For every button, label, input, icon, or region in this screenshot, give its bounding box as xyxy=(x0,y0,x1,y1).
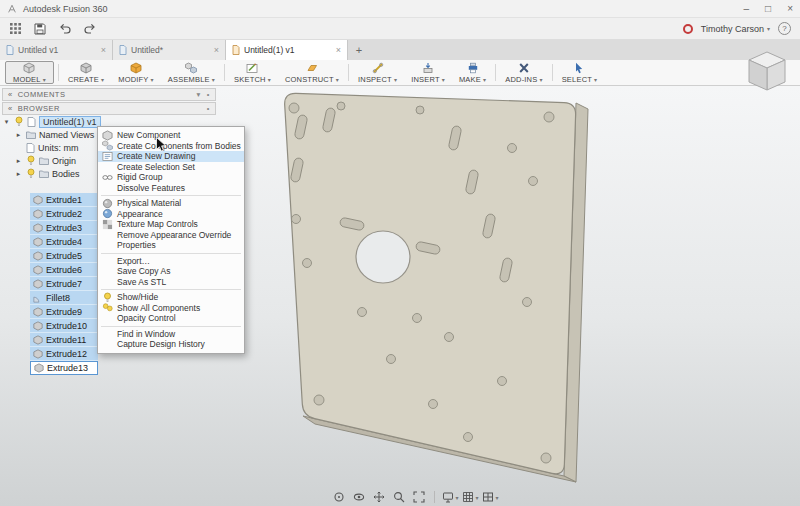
menu-item-capture-design-history[interactable]: Capture Design History xyxy=(98,339,244,350)
ribbon-assemble-menu[interactable]: ASSEMBLE▾ xyxy=(161,60,222,85)
feature-history-list: Extrude1 Extrude2 Extrude3 Extrude4 Extr… xyxy=(30,193,98,375)
feature-row[interactable]: Extrude6 xyxy=(30,263,98,277)
ribbon-make-menu[interactable]: MAKE▾ xyxy=(452,60,493,85)
viewports-icon[interactable]: ▾ xyxy=(482,490,499,505)
collapse-chevrons-icon[interactable]: « xyxy=(8,104,13,113)
visibility-bulb-icon[interactable] xyxy=(26,155,36,166)
ribbon-inspect-menu[interactable]: INSPECT▾ xyxy=(351,60,404,85)
feature-row[interactable]: Extrude9 xyxy=(30,305,98,319)
expander-open-icon[interactable]: ▾ xyxy=(2,118,11,126)
minimize-button[interactable]: – xyxy=(744,3,750,14)
menu-item-properties[interactable]: Properties xyxy=(98,240,244,251)
redo-icon[interactable] xyxy=(83,22,97,36)
menu-item-show-all-components[interactable]: Show All Components xyxy=(98,303,244,314)
record-indicator-icon[interactable] xyxy=(683,24,693,34)
menu-item-rigid-group[interactable]: Rigid Group xyxy=(98,172,244,183)
tab-close-icon[interactable]: × xyxy=(214,45,219,55)
feature-row[interactable]: Extrude7 xyxy=(30,277,98,291)
panel-expand-icon[interactable]: ▾ xyxy=(197,90,201,99)
ribbon-addins-menu[interactable]: ADD-INS▾ xyxy=(498,60,549,85)
menu-separator xyxy=(101,289,241,290)
user-menu[interactable]: Timothy Carson ▾ xyxy=(701,24,770,34)
menu-item-create-selection-set[interactable]: Create Selection Set xyxy=(98,162,244,173)
menu-item-appearance[interactable]: Appearance xyxy=(98,209,244,220)
tab-close-icon[interactable]: × xyxy=(101,45,106,55)
browser-panel-header[interactable]: « BROWSER • xyxy=(2,102,216,115)
collapse-chevrons-icon[interactable]: « xyxy=(8,90,13,99)
menu-item-dissolve-features[interactable]: Dissolve Features xyxy=(98,183,244,194)
root-component-label[interactable]: Untitled(1) v1 xyxy=(39,116,101,128)
menu-item-texture-map-controls[interactable]: Texture Map Controls xyxy=(98,219,244,230)
visibility-bulb-icon[interactable] xyxy=(14,116,24,127)
comments-panel-header[interactable]: « COMMENTS ▾• xyxy=(2,88,216,101)
ribbon-label: ASSEMBLE xyxy=(168,75,210,84)
zoom-fit-icon[interactable] xyxy=(410,490,427,505)
assemble-icon xyxy=(185,62,197,74)
ribbon-sketch-menu[interactable]: SKETCH▾ xyxy=(227,60,278,85)
tab-untitled-1-v1-active[interactable]: Untitled(1) v1 × xyxy=(226,40,348,60)
menu-item-find-in-window[interactable]: Find in Window xyxy=(98,329,244,340)
maximize-button[interactable]: □ xyxy=(765,3,771,14)
new-tab-button[interactable]: + xyxy=(348,40,370,60)
orbit-icon[interactable] xyxy=(330,490,347,505)
tab-close-icon[interactable]: × xyxy=(336,45,341,55)
3d-model-plate[interactable] xyxy=(285,93,588,482)
tab-untitled-v1[interactable]: Untitled v1 × xyxy=(0,40,113,60)
feature-row[interactable]: Extrude5 xyxy=(30,249,98,263)
feature-row[interactable]: Extrude2 xyxy=(30,207,98,221)
expander-closed-icon[interactable]: ▸ xyxy=(14,157,23,165)
menu-separator xyxy=(101,326,241,327)
drawing-sheet-icon xyxy=(102,151,113,162)
feature-row[interactable]: Extrude4 xyxy=(30,235,98,249)
zoom-icon[interactable] xyxy=(390,490,407,505)
menu-item-export[interactable]: Export… xyxy=(98,256,244,267)
display-settings-icon[interactable]: ▾ xyxy=(442,490,459,505)
menu-item-create-components-from-bodies[interactable]: Create Components from Bodies xyxy=(98,141,244,152)
chevron-down-icon: ▾ xyxy=(101,76,104,83)
menu-item-save-copy-as[interactable]: Save Copy As xyxy=(98,266,244,277)
extrude-icon xyxy=(33,265,43,275)
tab-untitled-unsaved[interactable]: Untitled* × xyxy=(113,40,226,60)
feature-row[interactable]: Extrude12 xyxy=(30,347,98,361)
save-icon[interactable] xyxy=(33,22,47,36)
menu-item-label: Appearance xyxy=(117,209,163,219)
ribbon-label: CONSTRUCT xyxy=(285,75,334,84)
feature-row[interactable]: Fillet8 xyxy=(30,291,98,305)
comments-panel-title: COMMENTS xyxy=(18,90,66,99)
chevron-down-icon: ▾ xyxy=(455,494,458,501)
menu-item-remove-appearance-override[interactable]: Remove Appearance Override xyxy=(98,230,244,241)
ribbon-modify-menu[interactable]: MODIFY▾ xyxy=(111,60,161,85)
ribbon-select-menu[interactable]: SELECT▾ xyxy=(555,60,605,85)
workspace-model-menu[interactable]: MODEL▾ xyxy=(5,61,54,84)
menu-item-save-as-stl[interactable]: Save As STL xyxy=(98,277,244,288)
menu-item-label: Export… xyxy=(117,256,150,266)
feature-row[interactable]: Extrude11 xyxy=(30,333,98,347)
menu-item-show-hide[interactable]: Show/Hide xyxy=(98,292,244,303)
ribbon-construct-menu[interactable]: CONSTRUCT▾ xyxy=(278,60,346,85)
ribbon-separator xyxy=(552,64,553,81)
pan-icon[interactable] xyxy=(370,490,387,505)
feature-row[interactable]: Extrude1 xyxy=(30,193,98,207)
ribbon-insert-menu[interactable]: INSERT▾ xyxy=(404,60,452,85)
feature-row-last[interactable]: Extrude13 xyxy=(30,361,98,375)
ribbon-create-menu[interactable]: CREATE▾ xyxy=(61,60,111,85)
feature-row[interactable]: Extrude10 xyxy=(30,319,98,333)
expander-closed-icon[interactable]: ▸ xyxy=(14,170,23,178)
grid-settings-icon[interactable]: ▾ xyxy=(462,490,479,505)
menu-item-new-component[interactable]: New Component xyxy=(98,130,244,141)
menu-item-physical-material[interactable]: Physical Material xyxy=(98,198,244,209)
close-button[interactable]: × xyxy=(787,3,793,14)
select-cursor-icon xyxy=(573,62,585,74)
menu-icon-spacer xyxy=(102,313,113,324)
expander-closed-icon[interactable]: ▸ xyxy=(14,131,23,139)
menu-item-opacity-control[interactable]: Opacity Control xyxy=(98,313,244,324)
visibility-bulb-icon[interactable] xyxy=(26,168,36,179)
help-button[interactable]: ? xyxy=(778,22,791,35)
feature-row[interactable]: Extrude3 xyxy=(30,221,98,235)
menu-item-create-new-drawing[interactable]: Create New Drawing xyxy=(98,151,244,162)
look-at-icon[interactable] xyxy=(350,490,367,505)
view-cube[interactable] xyxy=(740,46,794,100)
menu-item-label: Properties xyxy=(117,240,156,250)
undo-icon[interactable] xyxy=(58,22,72,36)
app-grid-menu-icon[interactable] xyxy=(9,22,22,35)
